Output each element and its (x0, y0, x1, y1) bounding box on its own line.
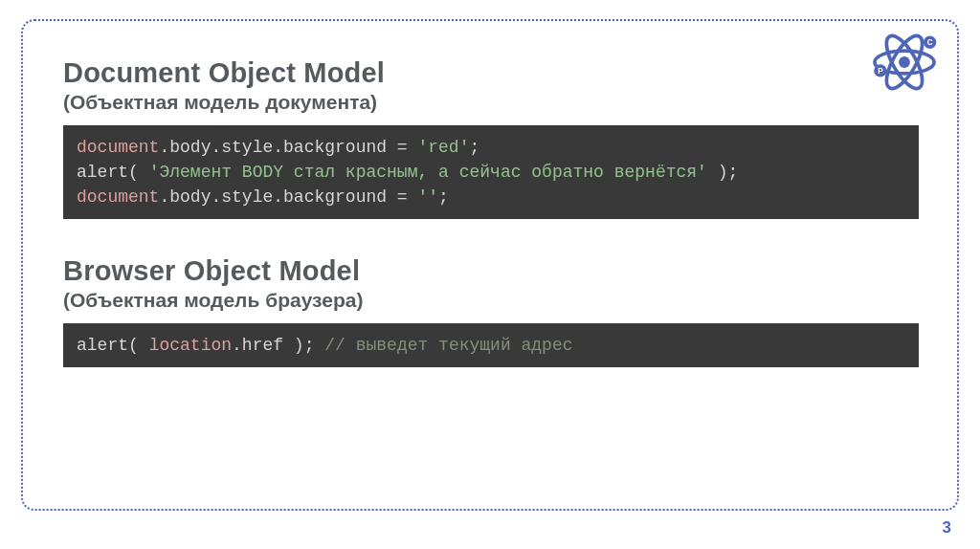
code-token: ; (438, 187, 449, 207)
code-token: ; (469, 138, 479, 157)
code-token: alert (77, 163, 128, 182)
code-token: .body.style.background = (159, 187, 417, 207)
code-token: ( (128, 336, 149, 355)
dom-subheading: (Объектная модель документа) (63, 91, 919, 114)
code-token: document (77, 187, 159, 207)
bom-heading: Browser Object Model (63, 255, 919, 287)
code-token: document (77, 138, 159, 157)
slide-frame: C P Document Object Model (Объектная мод… (21, 19, 959, 511)
code-token: .href ); (232, 336, 314, 355)
dom-heading: Document Object Model (63, 57, 919, 89)
code-token: // выведет текущий адрес (314, 336, 572, 355)
code-token: ( (128, 163, 149, 182)
code-token: 'Элемент BODY стал красным, а сейчас обр… (149, 163, 707, 182)
code-token: alert (77, 336, 128, 355)
bom-code-block: alert( location.href ); // выведет текущ… (63, 323, 919, 367)
svg-text:P: P (878, 67, 883, 76)
code-token: .body.style.background = (159, 138, 417, 157)
atom-logo-icon: C P (869, 27, 940, 98)
page-number: 3 (943, 518, 951, 538)
code-token: location (149, 336, 232, 355)
code-token: '' (417, 187, 438, 207)
svg-point-3 (899, 56, 910, 68)
code-token: 'red' (417, 138, 469, 157)
code-token: ); (707, 163, 738, 182)
svg-text:C: C (927, 38, 933, 47)
bom-subheading: (Объектная модель браузера) (63, 289, 919, 312)
dom-code-block: document.body.style.background = 'red'; … (63, 125, 919, 219)
